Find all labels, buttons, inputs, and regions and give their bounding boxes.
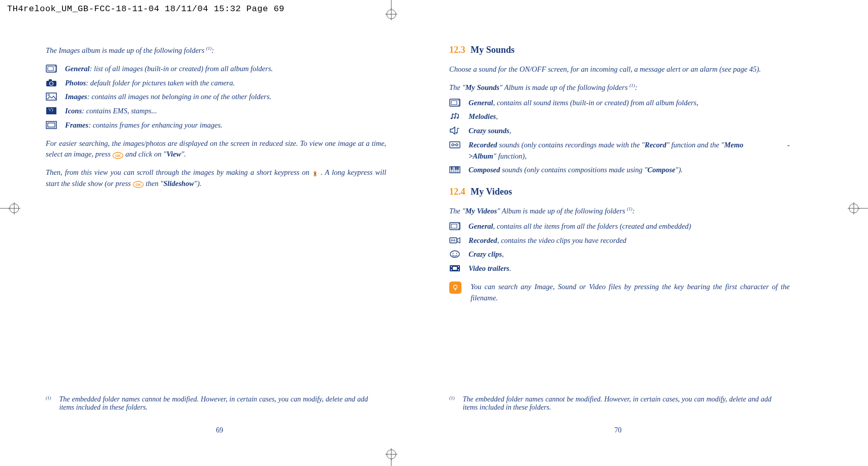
folder-text: Frames: contains frames for enhancing yo…: [65, 120, 386, 131]
svg-point-22: [48, 94, 50, 96]
folder-desc: : contains frames for enhancing your ima…: [88, 121, 223, 129]
sounds-intro: Choose a sound for the ON/OFF screen, fo…: [449, 64, 790, 75]
section-title: My Videos: [471, 187, 512, 197]
svg-rect-60: [458, 266, 459, 267]
text-bold: Memo: [724, 141, 743, 149]
folder-label: Crazy sounds: [469, 127, 509, 135]
folder-desc: : contains EMS, stamps...: [82, 107, 157, 115]
folder-text: Icons: contains EMS, stamps...: [65, 106, 386, 117]
picture-icon: [46, 92, 57, 101]
folder-text: General, contains all the items from all…: [469, 221, 790, 232]
text-bold: View: [166, 150, 181, 158]
stamp-icon: [46, 107, 57, 115]
video-trailers: Video trailers.: [449, 263, 790, 274]
folder-label: Crazy clips: [469, 250, 502, 258]
folder-desc: ,: [509, 127, 511, 135]
folder-text: Recorded sounds (only contains recording…: [469, 140, 790, 162]
footnote-text: The embedded folder names cannot be modi…: [59, 395, 368, 412]
svg-point-39: [456, 144, 458, 146]
folder-text: General: list of all images (built-in or…: [65, 64, 386, 75]
folder-label: Icons: [65, 107, 82, 115]
svg-point-63: [454, 285, 457, 289]
page-left: The Images album is made up of the follo…: [20, 45, 417, 190]
film-icon: [449, 264, 460, 272]
folder-label: Composed: [469, 166, 500, 174]
folder-desc: ,: [496, 112, 498, 120]
para-view: For easier searching, the images/photos …: [46, 138, 386, 161]
general-icon: [449, 222, 460, 230]
sound-melodies: Melodies,: [449, 111, 790, 122]
sounds-album-line: The "My Sounds" Album is made up of the …: [449, 82, 790, 94]
folder-photos: Photos: default folder for pictures take…: [46, 78, 386, 89]
crop-mark-left: [0, 193, 20, 224]
folder-text: Photos: default folder for pictures take…: [65, 78, 386, 89]
text: The ": [449, 83, 465, 91]
section-12-3: 12.3 My Sounds: [449, 43, 790, 57]
cassette-icon: [449, 141, 460, 149]
svg-rect-32: [451, 101, 457, 105]
folder-label: Recorded: [469, 236, 497, 244]
videos-album-line: The "My Videos" Album is made up of the …: [449, 206, 790, 217]
video-crazy: Crazy clips,: [449, 249, 790, 260]
folder-desc: , contains all sound items (built-in or …: [493, 99, 698, 107]
frame-icon: [46, 121, 57, 129]
text: ").: [675, 166, 683, 174]
images-intro: The Images album is made up of the follo…: [46, 45, 386, 56]
text: ").: [194, 179, 202, 188]
svg-point-33: [451, 118, 453, 119]
camera-icon: [46, 79, 57, 87]
text-bold: Compose: [647, 166, 675, 174]
text-bold: My Sounds: [465, 83, 499, 91]
text: For easier searching, the images/photos …: [46, 139, 386, 159]
svg-rect-21: [46, 93, 56, 100]
text: " Album is made up of the following fold…: [500, 83, 630, 91]
svg-rect-58: [451, 266, 452, 267]
ok-key-icon: OK: [112, 151, 123, 159]
sound-crazy: Crazy sounds,: [449, 126, 790, 137]
folder-text: Composed sounds (only contains compositi…: [469, 165, 790, 176]
text: " function and the ": [666, 141, 724, 149]
text: sounds (only contains recordings made wi…: [497, 141, 644, 149]
lightbulb-icon: [449, 282, 461, 294]
page-number-left: 69: [20, 426, 419, 434]
general-icon: [449, 99, 460, 107]
folder-text: Crazy sounds,: [469, 126, 790, 137]
svg-rect-25: [48, 123, 55, 127]
music-notes-icon: [449, 112, 460, 120]
folder-desc: ,: [502, 250, 504, 258]
folder-desc: .: [509, 264, 511, 272]
svg-point-35: [457, 117, 459, 119]
folder-frames: Frames: contains frames for enhancing yo…: [46, 120, 386, 131]
text: ".: [181, 150, 186, 158]
folder-label: Frames: [65, 121, 88, 129]
svg-point-53: [454, 239, 455, 241]
svg-rect-19: [49, 79, 52, 81]
video-recorded: Recorded, contains the video clips you h…: [449, 235, 790, 246]
text: " function),: [493, 152, 527, 160]
text: and click on ": [126, 150, 167, 158]
folder-label: General: [65, 65, 89, 73]
footnote-left: (1) The embedded folder names cannot be …: [46, 395, 388, 412]
svg-rect-59: [451, 269, 452, 270]
svg-rect-50: [451, 224, 457, 228]
text: then ": [146, 179, 164, 188]
svg-point-56: [456, 253, 457, 254]
speaker-icon: [449, 127, 460, 135]
footnote-ref: (1): [630, 83, 635, 88]
footnote-text: The embedded folder names cannot be modi…: [463, 395, 772, 412]
folder-desc: , contains the video clips you have reco…: [497, 236, 626, 244]
svg-point-55: [453, 253, 454, 254]
text: :: [632, 207, 635, 215]
folder-desc: , contains all the items from all the fo…: [493, 222, 691, 230]
face-icon: [449, 250, 460, 258]
folder-label: Video trailers: [469, 264, 509, 272]
updown-key-icon: [312, 170, 318, 177]
sound-general: General, contains all sound items (built…: [449, 98, 790, 109]
svg-point-52: [451, 239, 453, 241]
svg-rect-48: [457, 167, 459, 170]
folder-text: Images: contains all images not belongin…: [65, 91, 386, 103]
folder-icons: Icons: contains EMS, stamps...: [46, 106, 386, 117]
text-bold: -: [787, 140, 790, 151]
svg-rect-28: [314, 173, 316, 174]
crop-mark-right: [848, 193, 868, 224]
